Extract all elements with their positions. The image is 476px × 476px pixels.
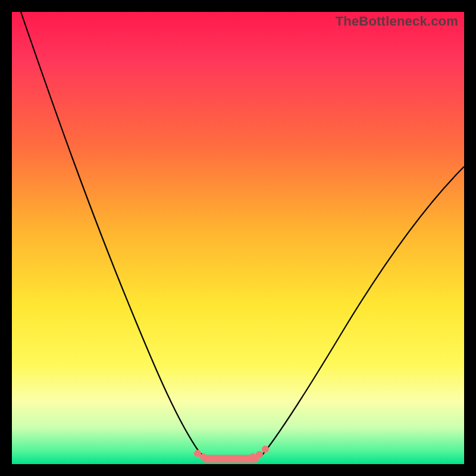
chart-frame: TheBottleneck.com xyxy=(0,0,476,476)
bottom-marker-dot xyxy=(249,453,256,461)
bottom-marker-dot xyxy=(262,446,269,453)
bottom-marker-dot xyxy=(256,451,263,458)
plot-area: TheBottleneck.com xyxy=(12,12,464,464)
bottom-marker-dot xyxy=(194,450,201,457)
bottom-marker-dot xyxy=(200,453,207,461)
right-curve xyxy=(261,167,464,457)
left-curve xyxy=(21,12,208,459)
chart-svg xyxy=(12,12,464,464)
